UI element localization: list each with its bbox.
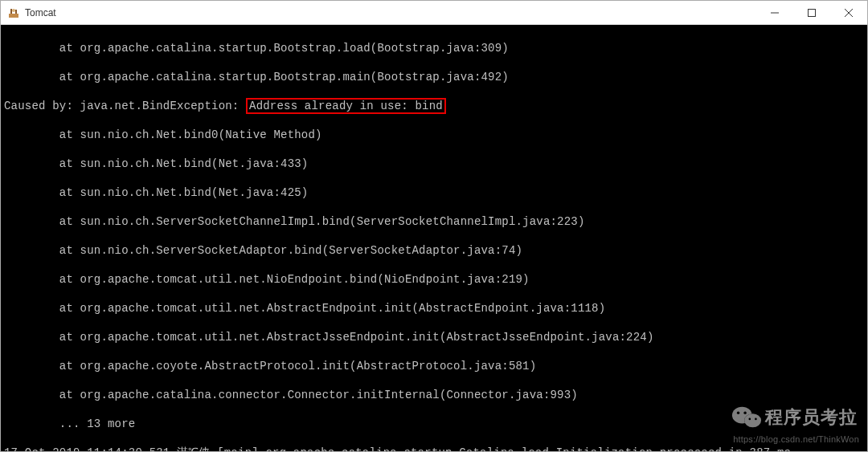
minimize-button[interactable] [756,1,793,24]
log-line: 17-Oct-2019 11:14:30.531 淇℃伅 [main] org.… [4,446,864,451]
log-line: at sun.nio.ch.Net.bind(Net.java:433) [4,157,864,171]
titlebar[interactable]: Tomcat [1,1,867,25]
window-title: Tomcat [25,7,756,18]
log-line: ... 13 more [4,417,864,431]
caused-by-prefix: Caused by: java.net.BindException: [4,100,246,112]
svg-point-9 [737,412,739,414]
window-controls [756,1,867,24]
close-button[interactable] [830,1,867,24]
log-line-causedby: Caused by: java.net.BindException: Addre… [4,99,864,113]
log-line: at org.apache.catalina.startup.Bootstrap… [4,70,864,84]
csdn-watermark: https://blog.csdn.net/ThinkWon [733,432,859,446]
svg-rect-3 [809,9,816,16]
console-output[interactable]: at org.apache.catalina.startup.Bootstrap… [1,25,867,451]
svg-point-1 [12,9,15,12]
svg-point-10 [743,412,746,414]
log-line: at sun.nio.ch.Net.bind0(Native Method) [4,128,864,142]
log-line: at org.apache.tomcat.util.net.AbstractEn… [4,301,864,316]
window: Tomcat at org.apache.catalina.startup.Bo… [0,0,868,452]
app-icon [7,6,20,19]
log-line: at sun.nio.ch.ServerSocketAdaptor.bind(S… [4,243,864,258]
log-line: at sun.nio.ch.Net.bind(Net.java:425) [4,185,864,200]
log-line: at org.apache.tomcat.util.net.NioEndpoin… [4,272,864,287]
svg-rect-0 [9,14,18,18]
log-line: at org.apache.tomcat.util.net.AbstractJs… [4,330,864,344]
log-line: at org.apache.catalina.connector.Connect… [4,388,864,402]
log-line: at org.apache.coyote.AbstractProtocol.in… [4,359,864,373]
maximize-button[interactable] [793,1,830,24]
log-line: at sun.nio.ch.ServerSocketChannelImpl.bi… [4,214,864,229]
error-highlight: Address already in use: bind [246,98,446,114]
log-line: at org.apache.catalina.startup.Bootstrap… [4,41,864,55]
